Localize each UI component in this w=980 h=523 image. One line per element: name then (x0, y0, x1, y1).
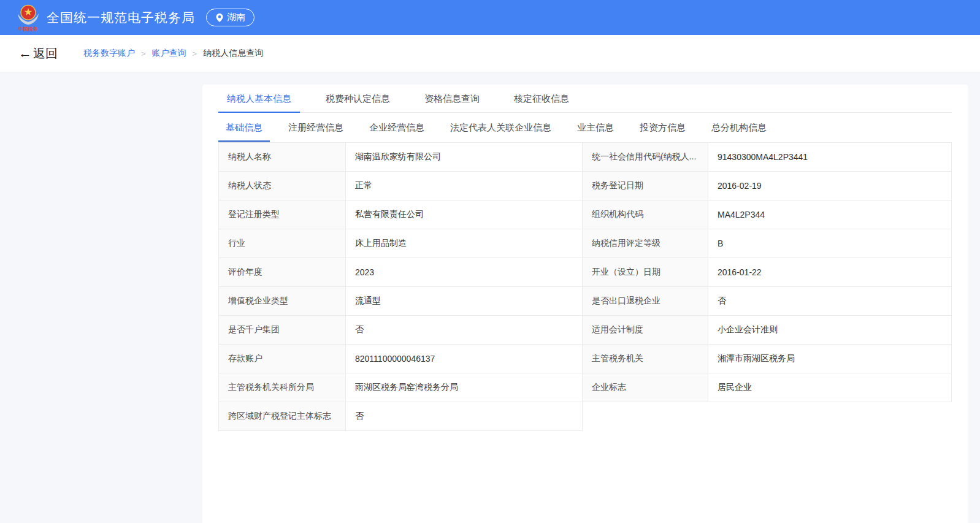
field-label: 开业（设立）日期 (583, 258, 708, 287)
sub-tab[interactable]: 业主信息 (570, 113, 621, 142)
empty-cell (583, 402, 952, 431)
location-name: 湖南 (227, 12, 245, 23)
field-value: 正常 (346, 172, 583, 200)
field-label: 登记注册类型 (219, 200, 346, 229)
table-row: 纳税人状态正常税务登记日期2016-02-19 (219, 172, 952, 200)
page-root: { "colors": { "header_bg": "#4282f2", "a… (0, 0, 980, 523)
main-tab[interactable]: 税费种认定信息 (317, 85, 399, 113)
breadcrumb-item[interactable]: 税务数字账户 (83, 48, 135, 59)
field-value: B (708, 229, 952, 258)
field-label: 是否出口退税企业 (583, 287, 708, 316)
sub-tab-bar: 基础信息注册经营信息企业经营信息法定代表人关联企业信息业主信息投资方信息总分机构… (218, 113, 952, 142)
table-row: 评价年度2023开业（设立）日期2016-01-22 (219, 258, 952, 287)
field-value: 小企业会计准则 (708, 316, 952, 345)
field-value: 否 (346, 402, 583, 431)
field-label: 评价年度 (219, 258, 346, 287)
field-label: 纳税信用评定等级 (583, 229, 708, 258)
field-value: 91430300MA4L2P3441 (708, 143, 952, 172)
main-tab[interactable]: 资格信息查询 (416, 85, 488, 113)
app-title: 全国统一规范电子税务局 (47, 9, 195, 26)
sub-tab[interactable]: 投资方信息 (632, 113, 693, 142)
location-pin-icon (215, 13, 224, 23)
table-row: 增值税企业类型流通型是否出口退税企业否 (219, 287, 952, 316)
field-value: 2016-02-19 (708, 172, 952, 200)
sub-tab[interactable]: 注册经营信息 (281, 113, 351, 142)
page-body: 纳税人基本信息税费种认定信息资格信息查询核定征收信息 基础信息注册经营信息企业经… (0, 72, 980, 523)
table-row: 存款账户82011100000046137主管税务机关湘潭市雨湖区税务局 (219, 345, 952, 373)
logo-caption: 中国税务 (18, 26, 39, 32)
field-label: 主管税务机关科所分局 (219, 373, 346, 402)
field-value: 2023 (346, 258, 583, 287)
table-row: 行业床上用品制造纳税信用评定等级B (219, 229, 952, 258)
field-label: 纳税人名称 (219, 143, 346, 172)
field-label: 税务登记日期 (583, 172, 708, 200)
field-label: 是否千户集团 (219, 316, 346, 345)
breadcrumb-bar: ← 返回 税务数字账户>账户查询>纳税人信息查询 (0, 35, 980, 72)
breadcrumb: 税务数字账户>账户查询>纳税人信息查询 (83, 48, 263, 59)
table-row: 主管税务机关科所分局雨湖区税务局窑湾税务分局企业标志居民企业 (219, 373, 952, 402)
breadcrumb-separator: > (193, 49, 197, 58)
field-value: 82011100000046137 (346, 345, 583, 373)
field-label: 行业 (219, 229, 346, 258)
field-label: 存款账户 (219, 345, 346, 373)
field-value: 湖南温欣家纺有限公司 (346, 143, 583, 172)
breadcrumb-separator: > (141, 49, 146, 58)
field-label: 增值税企业类型 (219, 287, 346, 316)
sub-tab[interactable]: 总分机构信息 (704, 113, 774, 142)
field-value: 居民企业 (708, 373, 952, 402)
breadcrumb-item: 纳税人信息查询 (203, 48, 263, 59)
table-row: 纳税人名称湖南温欣家纺有限公司统一社会信用代码(纳税人...91430300MA… (219, 143, 952, 172)
sub-tab[interactable]: 企业经营信息 (362, 113, 432, 142)
main-tab[interactable]: 核定征收信息 (505, 85, 578, 113)
location-badge[interactable]: 湖南 (206, 9, 255, 26)
sub-tab[interactable]: 基础信息 (218, 113, 270, 142)
field-value: 2016-01-22 (708, 258, 952, 287)
field-label: 统一社会信用代码(纳税人... (583, 143, 708, 172)
field-label: 企业标志 (583, 373, 708, 402)
field-value: 床上用品制造 (346, 229, 583, 258)
field-label: 适用会计制度 (583, 316, 708, 345)
field-label: 主管税务机关 (583, 345, 708, 373)
table-row: 跨区域财产税登记主体标志否 (219, 402, 952, 431)
sub-tab[interactable]: 法定代表人关联企业信息 (443, 113, 559, 142)
back-arrow-icon: ← (18, 47, 32, 60)
back-label: 返回 (33, 45, 58, 62)
field-value: 否 (708, 287, 952, 316)
app-header: 中国税务 全国统一规范电子税务局 湖南 (0, 0, 980, 35)
back-button[interactable]: ← 返回 (18, 45, 58, 62)
field-value: 雨湖区税务局窑湾税务分局 (346, 373, 583, 402)
field-value: MA4L2P344 (708, 200, 952, 229)
field-label: 组织机构代码 (583, 200, 708, 229)
tax-bureau-logo: 中国税务 (16, 4, 40, 32)
table-row: 是否千户集团否适用会计制度小企业会计准则 (219, 316, 952, 345)
breadcrumb-item[interactable]: 账户查询 (152, 48, 186, 59)
field-value: 湘潭市雨湖区税务局 (708, 345, 952, 373)
table-row: 登记注册类型私营有限责任公司组织机构代码MA4L2P344 (219, 200, 952, 229)
field-label: 纳税人状态 (219, 172, 346, 200)
main-tab-bar: 纳税人基本信息税费种认定信息资格信息查询核定征收信息 (218, 85, 952, 113)
field-value: 私营有限责任公司 (346, 200, 583, 229)
national-emblem-icon: 中国税务 (16, 4, 40, 32)
main-tab[interactable]: 纳税人基本信息 (218, 85, 300, 113)
field-label: 跨区域财产税登记主体标志 (219, 402, 346, 431)
content-card: 纳税人基本信息税费种认定信息资格信息查询核定征收信息 基础信息注册经营信息企业经… (202, 85, 968, 523)
taxpayer-info-table: 纳税人名称湖南温欣家纺有限公司统一社会信用代码(纳税人...91430300MA… (218, 142, 952, 431)
field-value: 流通型 (346, 287, 583, 316)
field-value: 否 (346, 316, 583, 345)
